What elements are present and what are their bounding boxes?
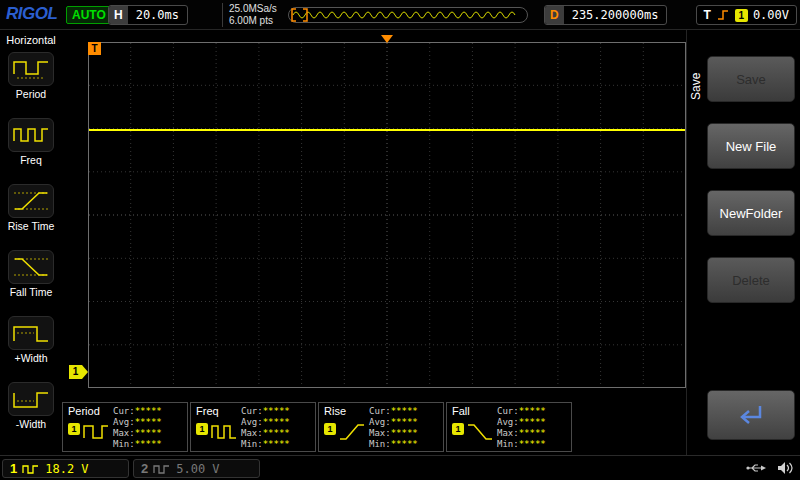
measurement-values: Cur:***** Avg:***** Max:***** Min:*****	[369, 406, 418, 450]
sidebar-item-neg-width[interactable]: -Width	[0, 382, 62, 430]
sidebar-item-pos-width[interactable]: +Width	[0, 316, 62, 364]
sidebar-item-label: +Width	[0, 352, 62, 364]
measurement-values: Cur:***** Avg:***** Max:***** Min:*****	[497, 406, 546, 450]
measurement-source-badge: 1	[452, 423, 464, 435]
sidebar-item-freq[interactable]: Freq	[0, 118, 62, 166]
measurement-source-badge: 1	[196, 423, 208, 435]
delay-value: 235.200000ms	[564, 6, 667, 24]
measurement-name: Freq	[196, 405, 219, 417]
memory-waveform-preview	[289, 8, 527, 22]
measurement-name: Period	[68, 405, 100, 417]
window-left-bracket-icon	[292, 9, 296, 21]
trigger-label: T	[704, 8, 711, 22]
sidebar-item-rise-time[interactable]: Rise Time	[0, 184, 62, 232]
period-icon	[8, 52, 54, 86]
memory-position-bar[interactable]	[288, 7, 528, 23]
measurement-panel-rise[interactable]: Rise 1 Cur:***** Avg:***** Max:***** Min…	[318, 402, 444, 452]
sidebar-item-fall-time[interactable]: Fall Time	[0, 250, 62, 298]
freq-icon	[210, 420, 238, 444]
measurement-panel-freq[interactable]: Freq 1 Cur:***** Avg:***** Max:***** Min…	[190, 402, 316, 452]
channel2-number: 2	[141, 461, 148, 476]
delay-label: D	[545, 6, 564, 24]
save-softkey-menu: Save Save New File NewFolder Delete	[686, 30, 800, 455]
measurement-panel-fall[interactable]: Fall 1 Cur:***** Avg:***** Max:***** Min…	[446, 402, 572, 452]
neg-width-icon	[8, 382, 54, 416]
run-status-badge[interactable]: AUTO	[66, 6, 112, 24]
channel1-offset-marker[interactable]: 1	[69, 365, 88, 379]
return-arrow-icon	[735, 402, 767, 428]
sidebar-item-label: -Width	[0, 418, 62, 430]
period-icon	[82, 420, 110, 444]
usb-icon	[745, 462, 767, 474]
channel1-scale: 18.2 V	[45, 462, 88, 476]
graticule	[88, 42, 686, 388]
acquisition-info: 25.0MSa/s 6.00M pts	[222, 3, 277, 27]
menu-group-label: Save	[689, 54, 704, 118]
sidebar-item-label: Freq	[0, 154, 62, 166]
channel-status-bar: 1 18.2 V 2 5.00 V	[0, 455, 800, 480]
sample-rate: 25.0MSa/s	[229, 3, 277, 15]
measurement-name: Rise	[324, 405, 346, 417]
channel-coupling-icon	[22, 463, 40, 475]
save-button[interactable]: Save	[707, 56, 795, 102]
measurement-name: Fall	[452, 405, 470, 417]
sidebar-item-label: Rise Time	[0, 220, 62, 232]
sidebar-item-label: Period	[0, 88, 62, 100]
trigger-source-badge: 1	[735, 9, 748, 22]
channel1-number: 1	[10, 461, 17, 476]
marker-arrow-icon	[82, 365, 88, 379]
delete-button[interactable]: Delete	[707, 257, 795, 303]
horizontal-label: H	[109, 6, 128, 24]
channel-coupling-icon	[153, 463, 171, 475]
oscilloscope-screen: { "colors": { "trace_yellow": "#ffff00",…	[0, 0, 800, 480]
new-folder-button[interactable]: NewFolder	[707, 190, 795, 236]
measurement-source-badge: 1	[324, 423, 336, 435]
back-button[interactable]	[707, 390, 795, 440]
channel2-status[interactable]: 2 5.00 V	[133, 459, 260, 478]
fall-icon	[466, 420, 494, 444]
horizontal-timebase-readout[interactable]: H 20.0ms	[108, 5, 188, 25]
memory-depth: 6.00M pts	[229, 15, 277, 27]
waveform-display	[88, 42, 686, 388]
trigger-level-value: 0.00V	[753, 8, 789, 22]
trigger-position-flag: T	[88, 42, 101, 55]
measurement-values: Cur:***** Avg:***** Max:***** Min:*****	[241, 406, 290, 450]
measurement-panel-period[interactable]: Period 1 Cur:***** Avg:***** Max:***** M…	[62, 402, 188, 452]
rising-slope-icon	[716, 8, 730, 22]
rise-time-icon	[8, 184, 54, 218]
top-status-bar: RIGOL AUTO H 20.0ms 25.0MSa/s 6.00M pts …	[0, 0, 800, 30]
pos-width-icon	[8, 316, 54, 350]
sidebar-title: Horizontal	[0, 30, 62, 46]
channel1-marker-label: 1	[69, 365, 82, 379]
status-icons	[745, 461, 794, 475]
rise-icon	[338, 420, 366, 444]
delay-readout: D 235.200000ms	[544, 5, 667, 25]
sidebar-item-label: Fall Time	[0, 286, 62, 298]
horizontal-measure-sidebar: Horizontal Period Freq Rise Time Fall Ti…	[0, 30, 62, 455]
freq-icon	[8, 118, 54, 152]
channel2-scale: 5.00 V	[176, 462, 219, 476]
measurement-source-badge: 1	[68, 423, 80, 435]
trigger-readout[interactable]: T 1 0.00V	[696, 5, 797, 25]
new-file-button[interactable]: New File	[707, 123, 795, 169]
speaker-icon	[777, 461, 794, 475]
rigol-logo: RIGOL	[6, 4, 57, 24]
sidebar-item-period[interactable]: Period	[0, 52, 62, 100]
channel1-status[interactable]: 1 18.2 V	[2, 459, 129, 478]
timebase-value: 20.0ms	[128, 6, 187, 24]
trigger-position-arrow-icon[interactable]	[381, 35, 393, 43]
measurement-values: Cur:***** Avg:***** Max:***** Min:*****	[113, 406, 162, 450]
fall-time-icon	[8, 250, 54, 284]
